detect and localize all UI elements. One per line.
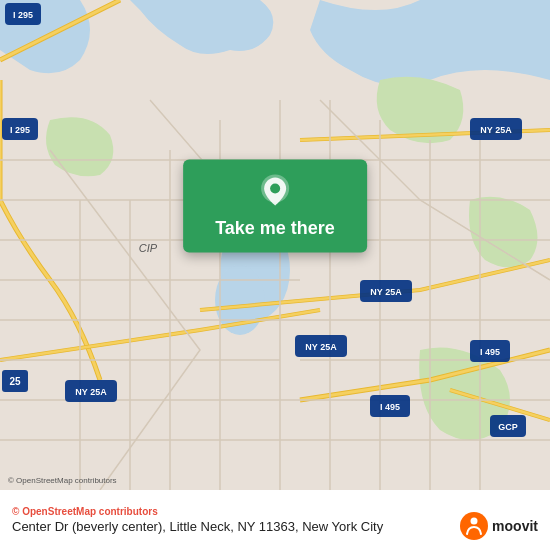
svg-text:I 295: I 295 (13, 10, 33, 20)
svg-text:CIP: CIP (139, 242, 158, 254)
svg-text:© OpenStreetMap contributors: © OpenStreetMap contributors (8, 476, 117, 485)
svg-text:NY 25A: NY 25A (480, 125, 512, 135)
location-pin-icon (257, 173, 293, 209)
svg-text:NY 25A: NY 25A (305, 342, 337, 352)
address-text: Center Dr (beverly center), Little Neck,… (12, 519, 538, 534)
moovit-logo: moovit (460, 512, 538, 540)
map-view: I 295 I 295 NY 25A NY 25A NY 25A NY 25A … (0, 0, 550, 490)
moovit-text: moovit (492, 518, 538, 534)
svg-point-44 (270, 183, 280, 193)
openstreetmap-link: OpenStreetMap contributors (22, 506, 158, 517)
svg-text:I 495: I 495 (380, 402, 400, 412)
svg-point-45 (471, 518, 478, 525)
svg-text:NY 25A: NY 25A (370, 287, 402, 297)
bottom-bar: © OpenStreetMap contributors Center Dr (… (0, 490, 550, 550)
map-attribution: © OpenStreetMap contributors (12, 506, 538, 517)
svg-text:I 495: I 495 (480, 347, 500, 357)
take-me-there-label: Take me there (215, 217, 335, 238)
moovit-icon (460, 512, 488, 540)
svg-text:25: 25 (9, 376, 21, 387)
svg-text:GCP: GCP (498, 422, 518, 432)
take-me-there-button[interactable]: Take me there (183, 159, 367, 252)
svg-text:NY 25A: NY 25A (75, 387, 107, 397)
address: Center Dr (beverly center), Little Neck,… (12, 519, 299, 534)
openstreetmap-credit: © (12, 506, 19, 517)
svg-text:I 295: I 295 (10, 125, 30, 135)
city: New York City (302, 519, 383, 534)
